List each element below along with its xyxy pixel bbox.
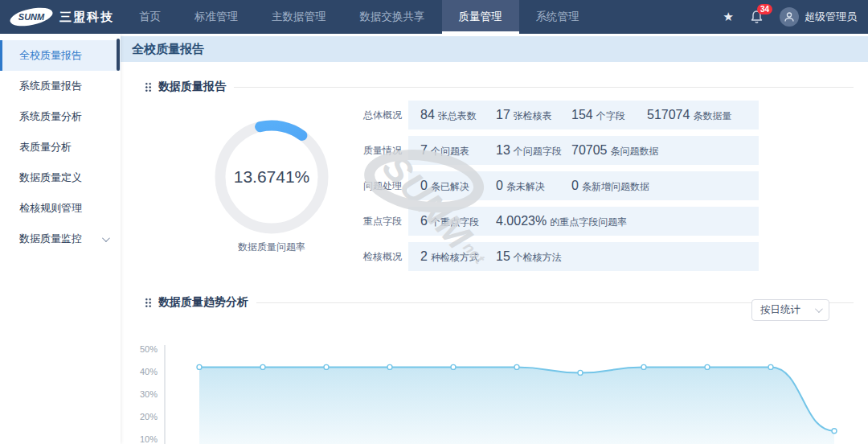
row-label: 检核概况 xyxy=(363,242,408,271)
stat-value: 84 xyxy=(420,108,435,122)
stat-value: 0 xyxy=(496,179,503,193)
nav-item-standards[interactable]: 标准管理 xyxy=(178,0,255,34)
notification-badge: 34 xyxy=(757,4,772,14)
row-label: 总体概况 xyxy=(363,101,408,130)
data-point[interactable] xyxy=(641,364,646,369)
stat-value: 0 xyxy=(571,179,579,193)
stat-value: 4.0023% xyxy=(496,214,547,228)
data-point[interactable] xyxy=(768,364,773,369)
main-content: 全校质量报告 数据质量报告 13.6741% 数据质量问题率 xyxy=(121,34,868,444)
drag-dots-icon xyxy=(145,82,152,92)
brand-company: 三盟科技 xyxy=(59,10,114,25)
data-point[interactable] xyxy=(832,429,837,434)
stat-value: 517074 xyxy=(647,108,690,122)
main-nav: 首页 标准管理 主数据管理 数据交换共享 质量管理 系统管理 xyxy=(122,0,596,34)
sidebar: 全校质量报告 系统质量报告 系统质量分析 表质量分析 数据质量定义 检核规则管理… xyxy=(0,34,121,444)
stat-unit: 张总表数 xyxy=(438,109,477,123)
data-point[interactable] xyxy=(578,370,583,375)
data-point[interactable] xyxy=(705,364,710,369)
sidebar-item-label: 数据质量定义 xyxy=(19,162,82,193)
sunm-logo-icon: SUNM xyxy=(8,6,55,27)
donut-caption: 数据质量问题率 xyxy=(207,240,336,254)
stat-unit: 的重点字段问题率 xyxy=(550,216,627,229)
favorite-button[interactable]: ★ xyxy=(723,10,734,24)
row-label: 重点字段 xyxy=(363,207,408,236)
sidebar-item-school-quality-report[interactable]: 全校质量报告 xyxy=(0,40,121,71)
stat-value: 13 xyxy=(496,143,510,158)
stat-value: 70705 xyxy=(571,143,608,158)
stat-unit: 个重点字段 xyxy=(431,216,479,229)
svg-text:SUNM: SUNM xyxy=(18,12,45,22)
sidebar-item-check-rule-management[interactable]: 检核规则管理 xyxy=(0,193,121,224)
avatar xyxy=(780,7,799,27)
table-row-quality: 质量情况 7个问题表 13个问题字段 70705条问题数据 xyxy=(363,136,759,165)
table-row-check-overview: 检核概况 2种检核方式 15个检核方法 xyxy=(363,242,759,271)
stat-value: 154 xyxy=(571,108,593,122)
nav-item-master-data[interactable]: 主数据管理 xyxy=(255,0,343,34)
stat-unit: 种检核方式 xyxy=(431,251,479,265)
row-label: 质量情况 xyxy=(363,136,408,165)
stat-value: 15 xyxy=(496,249,510,264)
sidebar-scrollbar-thumb[interactable] xyxy=(117,39,120,71)
donut-value: 13.6741% xyxy=(211,117,332,237)
brand-logo[interactable]: SUNM 三盟科技 xyxy=(0,6,121,27)
table-row-issue-handling: 问题处理 0条已解决 0条未解决 0条新增问题数据 xyxy=(363,171,759,200)
data-point[interactable] xyxy=(451,364,456,369)
sidebar-item-label: 数据质量监控 xyxy=(19,224,82,254)
stat-value: 7 xyxy=(420,143,428,158)
row-label: 问题处理 xyxy=(363,171,408,200)
data-point[interactable] xyxy=(324,364,329,369)
stat-unit: 条数据量 xyxy=(693,109,731,123)
sidebar-item-data-quality-monitor[interactable]: 数据质量监控 xyxy=(0,224,121,254)
user-menu[interactable]: 超级管理员 xyxy=(780,7,857,27)
drag-dots-icon xyxy=(145,298,152,308)
stat-unit: 条已解决 xyxy=(431,180,469,194)
chevron-down-icon xyxy=(815,305,823,313)
star-icon: ★ xyxy=(723,10,734,24)
section-divider xyxy=(234,87,854,88)
report-section-header: 数据质量报告 xyxy=(145,80,854,94)
nav-item-quality[interactable]: 质量管理 xyxy=(442,0,519,34)
sidebar-item-label: 检核规则管理 xyxy=(19,193,82,224)
sidebar-item-label: 系统质量报告 xyxy=(19,71,82,101)
sidebar-item-system-quality-analysis[interactable]: 系统质量分析 xyxy=(0,101,121,132)
stat-unit: 个检核方法 xyxy=(514,251,562,265)
stat-value: 0 xyxy=(420,179,428,193)
sidebar-item-table-quality-analysis[interactable]: 表质量分析 xyxy=(0,132,121,162)
trend-section-header: 数据质量趋势分析 xyxy=(145,295,854,310)
trend-chart: 50% 40% 30% 20% 10% xyxy=(121,345,868,444)
stat-unit: 个字段 xyxy=(596,109,625,123)
notifications-button[interactable]: 34 xyxy=(750,10,764,24)
sidebar-item-label: 表质量分析 xyxy=(19,132,72,162)
nav-item-exchange[interactable]: 数据交换共享 xyxy=(343,0,442,34)
stat-value: 6 xyxy=(420,214,428,228)
trend-section-title: 数据质量趋势分析 xyxy=(158,295,248,310)
data-point[interactable] xyxy=(260,364,265,369)
nav-item-home[interactable]: 首页 xyxy=(122,0,178,34)
chevron-down-icon xyxy=(102,234,110,242)
page-title: 全校质量报告 xyxy=(121,36,868,62)
sidebar-item-system-quality-report[interactable]: 系统质量报告 xyxy=(0,71,121,101)
stat-value: 17 xyxy=(496,108,510,122)
stat-value: 2 xyxy=(420,249,428,264)
stat-unit: 个问题字段 xyxy=(514,145,562,158)
user-icon xyxy=(784,11,795,23)
top-navbar: SUNM 三盟科技 首页 标准管理 主数据管理 数据交换共享 质量管理 系统管理… xyxy=(0,0,868,34)
sidebar-item-label: 全校质量报告 xyxy=(19,40,82,71)
data-point[interactable] xyxy=(387,364,392,369)
table-row-key-fields: 重点字段 6个重点字段 4.0023%的重点字段问题率 xyxy=(363,207,759,236)
trend-aggregation-select[interactable]: 按日统计 xyxy=(751,299,829,321)
stat-unit: 条问题数据 xyxy=(611,145,659,158)
nav-item-system[interactable]: 系统管理 xyxy=(519,0,596,34)
sidebar-item-data-quality-definition[interactable]: 数据质量定义 xyxy=(0,162,121,193)
data-point[interactable] xyxy=(197,364,202,369)
trend-area-chart xyxy=(121,345,868,444)
select-value: 按日统计 xyxy=(760,303,800,317)
report-section-title: 数据质量报告 xyxy=(158,80,226,94)
donut-chart-block: 13.6741% 数据质量问题率 xyxy=(207,117,336,278)
stat-unit: 条未解决 xyxy=(506,180,545,194)
user-name: 超级管理员 xyxy=(805,10,857,24)
data-point[interactable] xyxy=(514,364,519,369)
stat-unit: 张检核表 xyxy=(514,109,552,123)
table-row-overview: 总体概况 84张总表数 17张检核表 154个字段 517074条数据量 xyxy=(363,101,759,130)
